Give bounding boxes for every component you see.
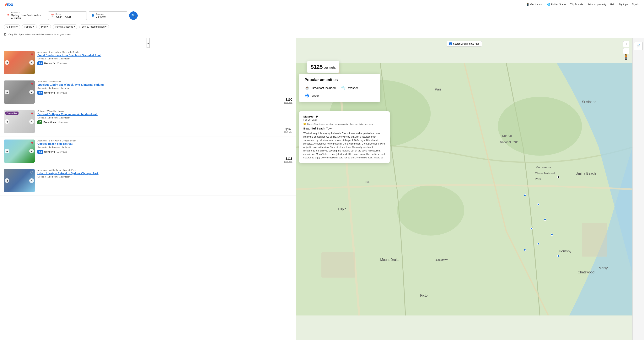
- prev-image-button[interactable]: ◀: [5, 90, 9, 94]
- map-controls: + −: [623, 41, 629, 54]
- map-pin-selected[interactable]: [557, 176, 560, 178]
- favorite-button[interactable]: ♥: [31, 53, 33, 57]
- chevron-down-icon: ▾: [74, 26, 75, 28]
- popular-button[interactable]: Popular ▾: [22, 24, 37, 29]
- listing-card[interactable]: ♥ ◀ ▶ Apartment · 3 min walk to Coogee B…: [0, 136, 296, 166]
- coffee-icon: ☕: [304, 85, 310, 91]
- logo[interactable]: vrbo: [5, 2, 13, 7]
- help-nav[interactable]: Help: [610, 3, 615, 6]
- main-content: ▲ ♥ ◀ ▶ Apartment · 7 min walk to Mona V…: [0, 38, 644, 340]
- listing-title[interactable]: Sunlit Studio mins from Beach w/t Seclud…: [38, 54, 292, 57]
- map-pin[interactable]: [557, 255, 560, 257]
- map-pin[interactable]: [524, 194, 526, 196]
- svg-text:Hornsby: Hornsby: [559, 249, 572, 253]
- prev-image-button[interactable]: ◀: [5, 119, 9, 124]
- sort-button[interactable]: Sort by recommended ▾: [79, 24, 109, 29]
- listing-info: Apartment · Within Sydney Olympic Park U…: [35, 169, 292, 192]
- calendar-notice-icon: 🗓: [4, 33, 7, 36]
- amenities-grid: ☕ Breakfast included 🫧 Washer 🌀 Dryer: [304, 85, 375, 98]
- listing-rating: 10 Exceptional 18 reviews: [38, 120, 277, 124]
- sign-in-nav[interactable]: Sign in: [632, 3, 639, 6]
- amenity-breakfast: ☕ Breakfast included: [304, 85, 338, 91]
- listing-card[interactable]: ♡ ◀ ▶ Apartment · Within Sydney Olympic …: [0, 166, 296, 195]
- next-image-button[interactable]: ▶: [29, 178, 34, 183]
- my-trips-nav[interactable]: My trips: [619, 3, 628, 6]
- map-pin[interactable]: [537, 243, 540, 245]
- listing-card[interactable]: ♥ ◀ ▶ Apartment · 7 min walk to Mona Val…: [0, 48, 296, 77]
- listing-title[interactable]: Urban Lifestyle Retreat in Sydney Olympi…: [38, 172, 292, 175]
- next-image-button[interactable]: ▶: [29, 90, 34, 94]
- location-icon: 📍: [6, 14, 10, 17]
- svg-text:Mount Druitt: Mount Druitt: [380, 258, 398, 262]
- svg-text:Dharug: Dharug: [502, 134, 512, 137]
- right-sidebar: 📄: [632, 38, 644, 340]
- filters-button[interactable]: ⚙ Filters ▾: [4, 24, 20, 29]
- calendar-icon: 📅: [51, 14, 54, 17]
- map-pin[interactable]: [530, 227, 533, 230]
- svg-rect-5: [582, 223, 607, 256]
- svg-text:Blacktown: Blacktown: [435, 258, 448, 261]
- rooms-spaces-button[interactable]: Rooms & spaces ▾: [53, 24, 77, 29]
- prev-image-button[interactable]: ◀: [5, 60, 9, 65]
- filters-bar: ⚙ Filters ▾ Popular ▾ Price ▾ Rooms & sp…: [0, 22, 644, 31]
- svg-text:Umina Beach: Umina Beach: [576, 172, 596, 175]
- next-image-button[interactable]: ▶: [29, 119, 34, 124]
- svg-text:Parr: Parr: [435, 87, 441, 91]
- review-liked: 😊 Liked: Cleanliness, check-in, communic…: [303, 123, 386, 125]
- favorite-button[interactable]: ♥: [31, 141, 33, 145]
- next-image-button[interactable]: ▶: [29, 149, 34, 153]
- country-nav[interactable]: 🌐 United States: [547, 3, 566, 6]
- listing-image: ♥ ◀ ▶: [4, 81, 35, 104]
- search-when-move-checkbox-area[interactable]: Search when I move map: [447, 41, 482, 47]
- travelers-field[interactable]: 👤 Travelers 1 traveler: [89, 12, 127, 20]
- listing-rating: 9.2 Wonderful 52 reviews: [38, 150, 277, 154]
- search-button[interactable]: 🔍: [129, 12, 138, 20]
- chevron-down-icon: ▾: [16, 26, 18, 28]
- listing-card[interactable]: ♥ ◀ ▶ Premier Host Cottage · Within Haze…: [0, 107, 296, 136]
- map-pin[interactable]: [537, 203, 540, 205]
- notice-bar: 🗓 Only 7% of properties are available on…: [0, 31, 644, 38]
- search-when-move-checkbox[interactable]: [449, 43, 452, 45]
- favorite-button[interactable]: ♥: [31, 112, 33, 116]
- listing-panel: ▲ ♥ ◀ ▶ Apartment · 7 min walk to Mona V…: [0, 38, 296, 340]
- location-field[interactable]: 📍 Where to? Sydney, New South Wales, Aus…: [4, 10, 46, 21]
- dryer-icon: 🌀: [304, 93, 310, 98]
- svg-text:Marramarra: Marramarra: [536, 166, 551, 169]
- sidebar-document-widget[interactable]: 📄: [634, 42, 643, 50]
- listing-info: Apartment · 3 min walk to Coogee Beach C…: [35, 140, 277, 163]
- map-pin[interactable]: [524, 249, 526, 251]
- listing-title[interactable]: Bedford Cottage - Cosy mountain bush ret…: [38, 113, 277, 116]
- street-view-icon[interactable]: 🧍: [622, 54, 629, 60]
- listing-price-area: $145 $171 total: [277, 110, 292, 133]
- search-bar: 📍 Where to? Sydney, New South Wales, Aus…: [0, 9, 644, 22]
- listing-card[interactable]: ♥ ◀ ▶ Apartment · Within Ultimo Spacious…: [0, 77, 296, 107]
- zoom-in-button[interactable]: +: [623, 41, 629, 47]
- svg-text:St Albans: St Albans: [582, 100, 596, 104]
- map-pin[interactable]: [551, 233, 553, 236]
- dates-field[interactable]: 📅 Dates Jul 24 - Jul 25: [48, 12, 87, 20]
- get-app-nav[interactable]: 📱 Get the app: [526, 3, 543, 6]
- next-image-button[interactable]: ▶: [29, 60, 34, 65]
- favorite-button[interactable]: ♡: [30, 171, 33, 175]
- scroll-up-arrow[interactable]: ▲: [146, 38, 150, 48]
- chevron-down-icon: ▾: [33, 26, 34, 28]
- map-panel[interactable]: Colo Heights Parr St Albans Dharug Natio…: [296, 38, 632, 340]
- prev-image-button[interactable]: ◀: [5, 149, 9, 153]
- phone-icon: 📱: [526, 3, 529, 6]
- prev-image-button[interactable]: ◀: [5, 178, 9, 183]
- document-icon: 📄: [636, 44, 640, 48]
- favorite-button[interactable]: ♥: [31, 82, 33, 86]
- listing-title[interactable]: Spacious 1 bdm apt w/ pool, gym & intern…: [38, 83, 277, 86]
- svg-text:Park: Park: [535, 177, 541, 181]
- search-icon: 🔍: [131, 14, 136, 18]
- washer-icon: 🫧: [341, 85, 346, 91]
- price-popup: $125 per night: [307, 61, 339, 73]
- trip-boards-nav[interactable]: Trip Boards: [570, 3, 583, 6]
- listing-title[interactable]: Coogee Beach-side Retreat: [38, 142, 277, 145]
- svg-text:Chase National: Chase National: [535, 172, 555, 175]
- listing-info: Apartment · Within Ultimo Spacious 1 bdm…: [35, 81, 277, 104]
- list-property-nav[interactable]: List your property: [587, 3, 606, 6]
- price-button[interactable]: Price ▾: [39, 24, 51, 29]
- map-pin[interactable]: [544, 218, 546, 221]
- svg-rect-4: [322, 252, 355, 278]
